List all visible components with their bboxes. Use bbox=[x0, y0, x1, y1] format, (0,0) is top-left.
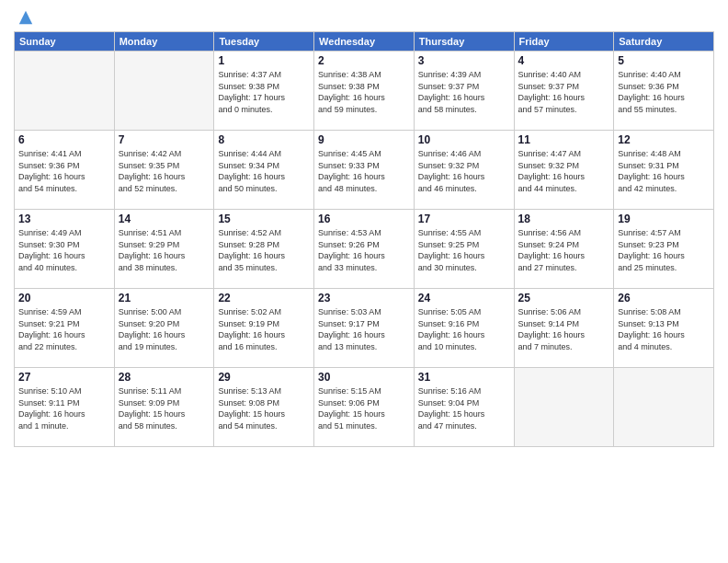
day-number: 6 bbox=[18, 133, 110, 146]
header bbox=[14, 9, 714, 26]
day-number: 5 bbox=[618, 54, 710, 67]
calendar-cell: 31Sunrise: 5:16 AM Sunset: 9:04 PM Dayli… bbox=[414, 368, 514, 447]
calendar-cell: 17Sunrise: 4:55 AM Sunset: 9:25 PM Dayli… bbox=[414, 210, 514, 289]
day-info: Sunrise: 5:15 AM Sunset: 9:06 PM Dayligh… bbox=[318, 385, 410, 431]
day-info: Sunrise: 5:02 AM Sunset: 9:19 PM Dayligh… bbox=[218, 306, 310, 352]
week-row-4: 20Sunrise: 4:59 AM Sunset: 9:21 PM Dayli… bbox=[15, 289, 714, 368]
calendar-cell: 16Sunrise: 4:53 AM Sunset: 9:26 PM Dayli… bbox=[314, 210, 415, 289]
day-info: Sunrise: 4:40 AM Sunset: 9:37 PM Dayligh… bbox=[518, 69, 610, 115]
day-info: Sunrise: 4:44 AM Sunset: 9:34 PM Dayligh… bbox=[218, 148, 310, 194]
day-number: 1 bbox=[218, 54, 310, 67]
day-number: 28 bbox=[119, 371, 210, 384]
day-number: 27 bbox=[18, 371, 110, 384]
day-number: 12 bbox=[618, 133, 710, 146]
day-info: Sunrise: 4:48 AM Sunset: 9:31 PM Dayligh… bbox=[618, 148, 710, 194]
week-row-3: 13Sunrise: 4:49 AM Sunset: 9:30 PM Dayli… bbox=[15, 210, 714, 289]
day-number: 2 bbox=[318, 54, 410, 67]
calendar-cell: 20Sunrise: 4:59 AM Sunset: 9:21 PM Dayli… bbox=[15, 289, 115, 368]
day-info: Sunrise: 5:05 AM Sunset: 9:16 PM Dayligh… bbox=[418, 306, 510, 352]
day-info: Sunrise: 4:40 AM Sunset: 9:36 PM Dayligh… bbox=[618, 69, 710, 115]
day-info: Sunrise: 4:55 AM Sunset: 9:25 PM Dayligh… bbox=[418, 227, 510, 273]
day-number: 22 bbox=[218, 292, 310, 304]
day-info: Sunrise: 5:11 AM Sunset: 9:09 PM Dayligh… bbox=[119, 385, 210, 431]
week-row-1: 1Sunrise: 4:37 AM Sunset: 9:38 PM Daylig… bbox=[15, 52, 714, 131]
day-number: 20 bbox=[18, 292, 110, 304]
calendar-cell: 9Sunrise: 4:45 AM Sunset: 9:33 PM Daylig… bbox=[314, 131, 415, 210]
day-info: Sunrise: 4:45 AM Sunset: 9:33 PM Dayligh… bbox=[318, 148, 410, 194]
day-info: Sunrise: 4:57 AM Sunset: 9:23 PM Dayligh… bbox=[618, 227, 710, 273]
day-info: Sunrise: 4:46 AM Sunset: 9:32 PM Dayligh… bbox=[418, 148, 510, 194]
calendar-cell: 12Sunrise: 4:48 AM Sunset: 9:31 PM Dayli… bbox=[614, 131, 714, 210]
weekday-header-saturday: Saturday bbox=[614, 32, 714, 52]
day-info: Sunrise: 4:47 AM Sunset: 9:32 PM Dayligh… bbox=[518, 148, 610, 194]
page: SundayMondayTuesdayWednesdayThursdayFrid… bbox=[0, 0, 728, 563]
calendar-cell: 21Sunrise: 5:00 AM Sunset: 9:20 PM Dayli… bbox=[114, 289, 214, 368]
calendar-cell: 25Sunrise: 5:06 AM Sunset: 9:14 PM Dayli… bbox=[514, 289, 614, 368]
calendar: SundayMondayTuesdayWednesdayThursdayFrid… bbox=[14, 31, 714, 447]
day-number: 7 bbox=[119, 133, 210, 146]
day-number: 9 bbox=[318, 133, 410, 146]
day-number: 19 bbox=[618, 213, 710, 225]
svg-marker-0 bbox=[19, 11, 32, 24]
logo-icon bbox=[17, 9, 34, 26]
day-number: 16 bbox=[318, 213, 410, 225]
day-info: Sunrise: 4:41 AM Sunset: 9:36 PM Dayligh… bbox=[18, 148, 110, 194]
day-number: 14 bbox=[119, 213, 210, 225]
day-number: 15 bbox=[218, 213, 310, 225]
weekday-header-friday: Friday bbox=[514, 32, 614, 52]
calendar-cell: 14Sunrise: 4:51 AM Sunset: 9:29 PM Dayli… bbox=[114, 210, 214, 289]
calendar-cell: 27Sunrise: 5:10 AM Sunset: 9:11 PM Dayli… bbox=[15, 368, 115, 447]
weekday-header-thursday: Thursday bbox=[414, 32, 514, 52]
calendar-cell: 10Sunrise: 4:46 AM Sunset: 9:32 PM Dayli… bbox=[414, 131, 514, 210]
day-info: Sunrise: 5:16 AM Sunset: 9:04 PM Dayligh… bbox=[418, 385, 510, 431]
calendar-cell: 8Sunrise: 4:44 AM Sunset: 9:34 PM Daylig… bbox=[214, 131, 314, 210]
day-number: 11 bbox=[518, 133, 610, 146]
day-info: Sunrise: 4:49 AM Sunset: 9:30 PM Dayligh… bbox=[18, 227, 110, 273]
day-info: Sunrise: 4:56 AM Sunset: 9:24 PM Dayligh… bbox=[518, 227, 610, 273]
calendar-cell: 26Sunrise: 5:08 AM Sunset: 9:13 PM Dayli… bbox=[614, 289, 714, 368]
day-info: Sunrise: 5:13 AM Sunset: 9:08 PM Dayligh… bbox=[218, 385, 310, 431]
calendar-cell: 1Sunrise: 4:37 AM Sunset: 9:38 PM Daylig… bbox=[214, 52, 314, 131]
weekday-header-wednesday: Wednesday bbox=[314, 32, 415, 52]
day-info: Sunrise: 5:10 AM Sunset: 9:11 PM Dayligh… bbox=[18, 385, 110, 431]
weekday-header-monday: Monday bbox=[114, 32, 214, 52]
day-info: Sunrise: 5:06 AM Sunset: 9:14 PM Dayligh… bbox=[518, 306, 610, 352]
day-number: 30 bbox=[318, 371, 410, 384]
calendar-cell: 13Sunrise: 4:49 AM Sunset: 9:30 PM Dayli… bbox=[15, 210, 115, 289]
day-number: 18 bbox=[518, 213, 610, 225]
calendar-cell bbox=[15, 52, 115, 131]
calendar-cell: 7Sunrise: 4:42 AM Sunset: 9:35 PM Daylig… bbox=[114, 131, 214, 210]
calendar-cell: 6Sunrise: 4:41 AM Sunset: 9:36 PM Daylig… bbox=[15, 131, 115, 210]
week-row-5: 27Sunrise: 5:10 AM Sunset: 9:11 PM Dayli… bbox=[15, 368, 714, 447]
calendar-cell bbox=[114, 52, 214, 131]
day-number: 31 bbox=[418, 371, 510, 384]
day-number: 17 bbox=[418, 213, 510, 225]
calendar-cell bbox=[514, 368, 614, 447]
calendar-cell: 30Sunrise: 5:15 AM Sunset: 9:06 PM Dayli… bbox=[314, 368, 415, 447]
day-number: 8 bbox=[218, 133, 310, 146]
day-number: 21 bbox=[119, 292, 210, 304]
day-info: Sunrise: 4:53 AM Sunset: 9:26 PM Dayligh… bbox=[318, 227, 410, 273]
day-number: 4 bbox=[518, 54, 610, 67]
calendar-cell: 4Sunrise: 4:40 AM Sunset: 9:37 PM Daylig… bbox=[514, 52, 614, 131]
calendar-cell: 5Sunrise: 4:40 AM Sunset: 9:36 PM Daylig… bbox=[614, 52, 714, 131]
calendar-cell: 19Sunrise: 4:57 AM Sunset: 9:23 PM Dayli… bbox=[614, 210, 714, 289]
day-number: 29 bbox=[218, 371, 310, 384]
calendar-cell bbox=[614, 368, 714, 447]
day-number: 25 bbox=[518, 292, 610, 304]
weekday-header-tuesday: Tuesday bbox=[214, 32, 314, 52]
day-number: 26 bbox=[618, 292, 710, 304]
day-info: Sunrise: 4:38 AM Sunset: 9:38 PM Dayligh… bbox=[318, 69, 410, 115]
day-info: Sunrise: 5:00 AM Sunset: 9:20 PM Dayligh… bbox=[119, 306, 210, 352]
day-info: Sunrise: 4:39 AM Sunset: 9:37 PM Dayligh… bbox=[418, 69, 510, 115]
weekday-header-row: SundayMondayTuesdayWednesdayThursdayFrid… bbox=[15, 32, 714, 52]
day-number: 3 bbox=[418, 54, 510, 67]
day-number: 24 bbox=[418, 292, 510, 304]
week-row-2: 6Sunrise: 4:41 AM Sunset: 9:36 PM Daylig… bbox=[15, 131, 714, 210]
day-info: Sunrise: 4:42 AM Sunset: 9:35 PM Dayligh… bbox=[119, 148, 210, 194]
calendar-cell: 22Sunrise: 5:02 AM Sunset: 9:19 PM Dayli… bbox=[214, 289, 314, 368]
day-info: Sunrise: 4:59 AM Sunset: 9:21 PM Dayligh… bbox=[18, 306, 110, 352]
logo bbox=[14, 9, 34, 26]
weekday-header-sunday: Sunday bbox=[15, 32, 115, 52]
day-info: Sunrise: 4:37 AM Sunset: 9:38 PM Dayligh… bbox=[218, 69, 310, 115]
